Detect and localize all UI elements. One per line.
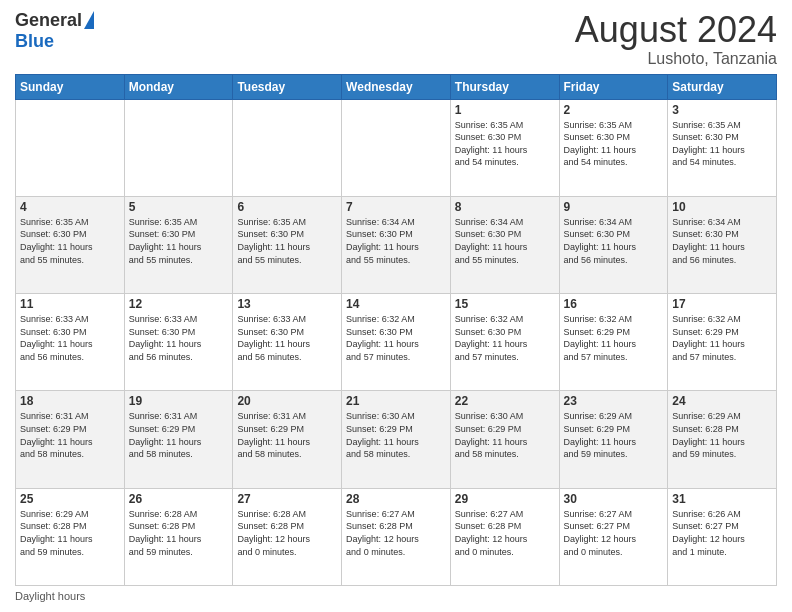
day-info: Sunrise: 6:35 AM Sunset: 6:30 PM Dayligh… — [129, 216, 229, 266]
day-info: Sunrise: 6:29 AM Sunset: 6:29 PM Dayligh… — [564, 410, 664, 460]
day-info: Sunrise: 6:30 AM Sunset: 6:29 PM Dayligh… — [346, 410, 446, 460]
calendar-day-cell — [233, 99, 342, 196]
day-info: Sunrise: 6:29 AM Sunset: 6:28 PM Dayligh… — [20, 508, 120, 558]
day-info: Sunrise: 6:35 AM Sunset: 6:30 PM Dayligh… — [237, 216, 337, 266]
day-number: 17 — [672, 297, 772, 311]
day-number: 24 — [672, 394, 772, 408]
calendar-day-cell: 21Sunrise: 6:30 AM Sunset: 6:29 PM Dayli… — [342, 391, 451, 488]
day-info: Sunrise: 6:32 AM Sunset: 6:30 PM Dayligh… — [346, 313, 446, 363]
day-number: 30 — [564, 492, 664, 506]
day-number: 1 — [455, 103, 555, 117]
day-number: 16 — [564, 297, 664, 311]
day-number: 28 — [346, 492, 446, 506]
calendar-day-cell: 2Sunrise: 6:35 AM Sunset: 6:30 PM Daylig… — [559, 99, 668, 196]
logo-text: General — [15, 10, 94, 31]
calendar-day-cell — [124, 99, 233, 196]
footer: Daylight hours — [15, 590, 777, 602]
day-number: 4 — [20, 200, 120, 214]
calendar-day-cell: 1Sunrise: 6:35 AM Sunset: 6:30 PM Daylig… — [450, 99, 559, 196]
day-info: Sunrise: 6:34 AM Sunset: 6:30 PM Dayligh… — [672, 216, 772, 266]
calendar-table: SundayMondayTuesdayWednesdayThursdayFrid… — [15, 74, 777, 586]
day-number: 22 — [455, 394, 555, 408]
calendar-day-cell: 26Sunrise: 6:28 AM Sunset: 6:28 PM Dayli… — [124, 488, 233, 585]
day-info: Sunrise: 6:33 AM Sunset: 6:30 PM Dayligh… — [129, 313, 229, 363]
day-info: Sunrise: 6:31 AM Sunset: 6:29 PM Dayligh… — [20, 410, 120, 460]
day-info: Sunrise: 6:32 AM Sunset: 6:29 PM Dayligh… — [672, 313, 772, 363]
calendar-day-cell: 30Sunrise: 6:27 AM Sunset: 6:27 PM Dayli… — [559, 488, 668, 585]
calendar-header-sunday: Sunday — [16, 74, 125, 99]
day-number: 20 — [237, 394, 337, 408]
day-number: 21 — [346, 394, 446, 408]
day-number: 18 — [20, 394, 120, 408]
day-info: Sunrise: 6:30 AM Sunset: 6:29 PM Dayligh… — [455, 410, 555, 460]
logo-general: General — [15, 10, 82, 31]
day-number: 7 — [346, 200, 446, 214]
calendar-day-cell: 20Sunrise: 6:31 AM Sunset: 6:29 PM Dayli… — [233, 391, 342, 488]
day-number: 9 — [564, 200, 664, 214]
calendar-day-cell: 7Sunrise: 6:34 AM Sunset: 6:30 PM Daylig… — [342, 196, 451, 293]
calendar-week-row: 4Sunrise: 6:35 AM Sunset: 6:30 PM Daylig… — [16, 196, 777, 293]
day-info: Sunrise: 6:27 AM Sunset: 6:28 PM Dayligh… — [455, 508, 555, 558]
day-number: 29 — [455, 492, 555, 506]
calendar-day-cell: 13Sunrise: 6:33 AM Sunset: 6:30 PM Dayli… — [233, 294, 342, 391]
day-number: 27 — [237, 492, 337, 506]
day-info: Sunrise: 6:33 AM Sunset: 6:30 PM Dayligh… — [20, 313, 120, 363]
daylight-hours-label: Daylight hours — [15, 590, 85, 602]
day-info: Sunrise: 6:35 AM Sunset: 6:30 PM Dayligh… — [672, 119, 772, 169]
day-number: 25 — [20, 492, 120, 506]
calendar-header-row: SundayMondayTuesdayWednesdayThursdayFrid… — [16, 74, 777, 99]
calendar-day-cell: 3Sunrise: 6:35 AM Sunset: 6:30 PM Daylig… — [668, 99, 777, 196]
day-number: 3 — [672, 103, 772, 117]
calendar-day-cell: 6Sunrise: 6:35 AM Sunset: 6:30 PM Daylig… — [233, 196, 342, 293]
calendar-day-cell: 18Sunrise: 6:31 AM Sunset: 6:29 PM Dayli… — [16, 391, 125, 488]
logo-triangle-icon — [84, 11, 94, 29]
calendar-day-cell: 8Sunrise: 6:34 AM Sunset: 6:30 PM Daylig… — [450, 196, 559, 293]
day-number: 11 — [20, 297, 120, 311]
day-info: Sunrise: 6:31 AM Sunset: 6:29 PM Dayligh… — [237, 410, 337, 460]
calendar-day-cell: 19Sunrise: 6:31 AM Sunset: 6:29 PM Dayli… — [124, 391, 233, 488]
calendar-day-cell: 9Sunrise: 6:34 AM Sunset: 6:30 PM Daylig… — [559, 196, 668, 293]
day-info: Sunrise: 6:32 AM Sunset: 6:29 PM Dayligh… — [564, 313, 664, 363]
day-number: 10 — [672, 200, 772, 214]
day-info: Sunrise: 6:28 AM Sunset: 6:28 PM Dayligh… — [237, 508, 337, 558]
calendar-header-friday: Friday — [559, 74, 668, 99]
day-info: Sunrise: 6:27 AM Sunset: 6:28 PM Dayligh… — [346, 508, 446, 558]
day-info: Sunrise: 6:33 AM Sunset: 6:30 PM Dayligh… — [237, 313, 337, 363]
calendar-day-cell: 27Sunrise: 6:28 AM Sunset: 6:28 PM Dayli… — [233, 488, 342, 585]
calendar-day-cell: 23Sunrise: 6:29 AM Sunset: 6:29 PM Dayli… — [559, 391, 668, 488]
day-info: Sunrise: 6:26 AM Sunset: 6:27 PM Dayligh… — [672, 508, 772, 558]
day-number: 14 — [346, 297, 446, 311]
calendar-header-wednesday: Wednesday — [342, 74, 451, 99]
calendar-day-cell: 29Sunrise: 6:27 AM Sunset: 6:28 PM Dayli… — [450, 488, 559, 585]
day-number: 23 — [564, 394, 664, 408]
day-info: Sunrise: 6:27 AM Sunset: 6:27 PM Dayligh… — [564, 508, 664, 558]
logo: General Blue — [15, 10, 94, 52]
calendar-header-thursday: Thursday — [450, 74, 559, 99]
calendar-day-cell: 10Sunrise: 6:34 AM Sunset: 6:30 PM Dayli… — [668, 196, 777, 293]
calendar-day-cell: 24Sunrise: 6:29 AM Sunset: 6:28 PM Dayli… — [668, 391, 777, 488]
day-number: 6 — [237, 200, 337, 214]
day-number: 2 — [564, 103, 664, 117]
calendar-week-row: 1Sunrise: 6:35 AM Sunset: 6:30 PM Daylig… — [16, 99, 777, 196]
calendar-header-saturday: Saturday — [668, 74, 777, 99]
calendar-day-cell: 14Sunrise: 6:32 AM Sunset: 6:30 PM Dayli… — [342, 294, 451, 391]
day-info: Sunrise: 6:34 AM Sunset: 6:30 PM Dayligh… — [346, 216, 446, 266]
main-title: August 2024 — [575, 10, 777, 50]
day-number: 5 — [129, 200, 229, 214]
calendar-day-cell: 16Sunrise: 6:32 AM Sunset: 6:29 PM Dayli… — [559, 294, 668, 391]
calendar-day-cell — [16, 99, 125, 196]
day-number: 8 — [455, 200, 555, 214]
calendar-week-row: 18Sunrise: 6:31 AM Sunset: 6:29 PM Dayli… — [16, 391, 777, 488]
calendar-day-cell: 11Sunrise: 6:33 AM Sunset: 6:30 PM Dayli… — [16, 294, 125, 391]
day-number: 19 — [129, 394, 229, 408]
day-info: Sunrise: 6:32 AM Sunset: 6:30 PM Dayligh… — [455, 313, 555, 363]
day-info: Sunrise: 6:35 AM Sunset: 6:30 PM Dayligh… — [564, 119, 664, 169]
day-number: 12 — [129, 297, 229, 311]
calendar-header-tuesday: Tuesday — [233, 74, 342, 99]
day-number: 13 — [237, 297, 337, 311]
calendar-day-cell: 5Sunrise: 6:35 AM Sunset: 6:30 PM Daylig… — [124, 196, 233, 293]
day-number: 26 — [129, 492, 229, 506]
calendar-day-cell: 22Sunrise: 6:30 AM Sunset: 6:29 PM Dayli… — [450, 391, 559, 488]
day-info: Sunrise: 6:29 AM Sunset: 6:28 PM Dayligh… — [672, 410, 772, 460]
header: General Blue August 2024 Lushoto, Tanzan… — [15, 10, 777, 68]
